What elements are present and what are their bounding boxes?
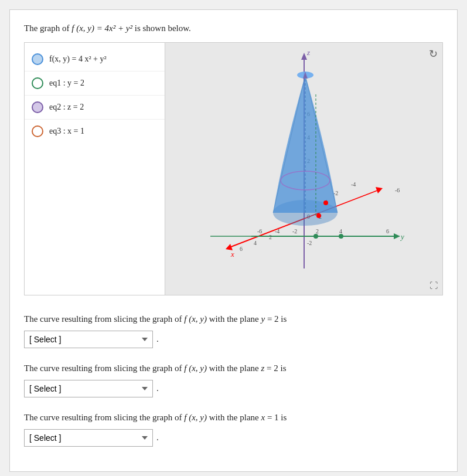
svg-text:2: 2	[269, 234, 272, 240]
select-dropdown-1[interactable]: [ Select ] parabola ellipse hyperbola ci…	[24, 331, 153, 348]
legend-item-eq3: eq3 : x = 1	[25, 120, 165, 143]
svg-text:2: 2	[316, 228, 319, 234]
intro-formula: f (x, y) = 4x² + y²	[71, 23, 132, 33]
select-row-3: [ Select ] parabola ellipse hyperbola ci…	[24, 429, 443, 447]
select-dropdown-2[interactable]: [ Select ] parabola ellipse hyperbola ci…	[24, 380, 153, 397]
svg-text:-2: -2	[307, 240, 312, 246]
legend-label-eq3: eq3 : x = 1	[49, 127, 84, 136]
svg-text:6: 6	[240, 246, 243, 252]
legend-item-f: f(x, y) = 4 x² + y²	[25, 47, 165, 72]
expand-button[interactable]: ⛶	[429, 281, 438, 290]
svg-text:4: 4	[254, 240, 257, 246]
legend-dot-eq3	[32, 125, 43, 137]
graph-container: f(x, y) = 4 x² + y² eq1 : y = 2 eq2 : z …	[24, 42, 443, 295]
q3-fxy: f (x, y)	[184, 413, 207, 422]
svg-text:-2: -2	[292, 228, 297, 234]
svg-text:y: y	[400, 232, 404, 241]
svg-text:-6: -6	[257, 228, 262, 234]
svg-text:6: 6	[386, 228, 389, 234]
svg-point-42	[316, 213, 321, 218]
svg-text:-6: -6	[395, 187, 400, 193]
refresh-button[interactable]: ↻	[429, 47, 438, 60]
dot-after-2: .	[156, 383, 159, 393]
legend-item-eq2: eq2 : z = 2	[25, 96, 165, 120]
legend-dot-eq1	[32, 77, 43, 89]
svg-point-41	[339, 234, 343, 239]
legend-label-f: f(x, y) = 4 x² + y²	[49, 55, 107, 64]
svg-text:-4: -4	[351, 181, 356, 188]
intro-after: is shown below.	[135, 23, 191, 33]
q1-fxy: f (x, y)	[184, 314, 207, 324]
legend-dot-eq2	[32, 101, 43, 113]
svg-point-43	[323, 200, 328, 205]
question-text-3: The curve resulting from slicing the gra…	[24, 410, 443, 424]
question-text-2: The curve resulting from slicing the gra…	[24, 361, 443, 375]
legend-item-eq1: eq1 : y = 2	[25, 72, 165, 96]
svg-text:4: 4	[339, 228, 342, 234]
legend-label-eq2: eq2 : z = 2	[49, 103, 84, 112]
intro-text: The graph of f (x, y) = 4x² + y² is show…	[24, 22, 443, 35]
select-row-2: [ Select ] parabola ellipse hyperbola ci…	[24, 380, 443, 397]
q1-plane: y	[261, 314, 265, 324]
q2-plane: z	[261, 363, 264, 373]
question-text-1: The curve resulting from slicing the gra…	[24, 312, 443, 326]
select-row-1: [ Select ] parabola ellipse hyperbola ci…	[24, 331, 443, 348]
select-dropdown-3[interactable]: [ Select ] parabola ellipse hyperbola ci…	[24, 429, 153, 447]
svg-text:x: x	[230, 250, 234, 259]
graph-svg: x y z 6 4 2 0 -2 -6 -4 -2 2 4 6 -4 -2	[193, 46, 415, 292]
graph-plot: ↻ x y	[165, 43, 442, 295]
legend-dot-f	[32, 53, 43, 65]
svg-text:-4: -4	[275, 228, 279, 234]
q3-plane: x	[261, 413, 265, 422]
dot-after-1: .	[156, 334, 159, 344]
question-block-2: The curve resulting from slicing the gra…	[24, 361, 443, 397]
question-block-3: The curve resulting from slicing the gra…	[24, 410, 443, 447]
dot-after-3: .	[156, 433, 159, 443]
svg-text:z: z	[306, 48, 310, 57]
legend-label-eq1: eq1 : y = 2	[49, 79, 84, 88]
legend-panel: f(x, y) = 4 x² + y² eq1 : y = 2 eq2 : z …	[25, 43, 165, 295]
svg-point-40	[313, 234, 318, 239]
page-content: The graph of f (x, y) = 4x² + y² is show…	[9, 9, 458, 472]
question-block-1: The curve resulting from slicing the gra…	[24, 312, 443, 348]
q2-fxy: f (x, y)	[184, 363, 207, 373]
intro-before: The graph of	[24, 23, 71, 33]
